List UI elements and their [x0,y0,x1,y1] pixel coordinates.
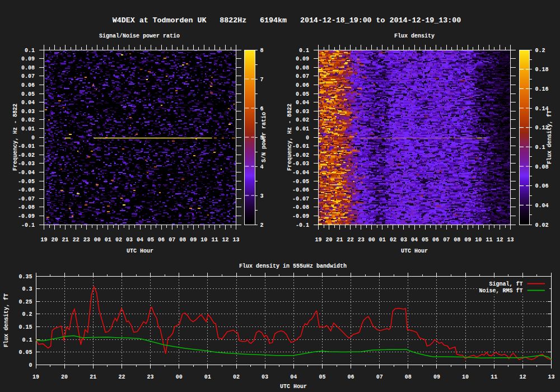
svg-text:23: 23 [147,374,154,380]
svg-text:Signal, fT: Signal, fT [489,281,522,287]
svg-text:0.01: 0.01 [296,126,309,132]
svg-text:01: 01 [204,374,211,380]
svg-text:3: 3 [260,193,264,199]
svg-text:-0.04: -0.04 [18,170,35,176]
svg-text:23: 23 [83,237,90,243]
svg-text:03: 03 [400,237,407,243]
svg-text:20: 20 [61,374,68,380]
svg-text:0.07: 0.07 [296,73,309,80]
svg-text:21: 21 [337,237,343,243]
svg-text:-0.05: -0.05 [18,179,35,185]
svg-text:0.1: 0.1 [535,144,545,151]
svg-text:-0.1: -0.1 [21,222,35,228]
svg-text:Noise, RMS fT: Noise, RMS fT [479,288,522,294]
svg-text:7: 7 [260,77,264,83]
svg-text:0.01: 0.01 [21,126,35,132]
svg-text:0.18: 0.18 [535,67,549,73]
svg-text:03: 03 [126,237,133,243]
svg-text:20: 20 [326,237,333,243]
svg-text:0.15: 0.15 [18,324,32,330]
svg-text:-0.05: -0.05 [292,179,309,185]
svg-text:-0.09: -0.09 [292,213,309,220]
svg-text:21: 21 [62,237,69,243]
svg-text:11: 11 [211,237,218,243]
svg-text:0.16: 0.16 [535,86,549,92]
svg-text:-0.06: -0.06 [18,187,35,193]
svg-text:05: 05 [422,237,428,243]
svg-text:0.3: 0.3 [22,286,32,292]
svg-text:6: 6 [260,106,264,112]
svg-text:01: 01 [105,237,111,243]
svg-text:0.02: 0.02 [21,117,35,123]
svg-text:0.2: 0.2 [535,48,545,54]
svg-text:-0.01: -0.01 [292,143,309,150]
svg-text:Flux density, fT: Flux density, fT [547,110,553,164]
svg-text:11: 11 [491,374,497,380]
svg-text:23: 23 [358,237,365,243]
svg-text:0.08: 0.08 [21,65,35,71]
svg-text:22: 22 [347,237,354,243]
svg-text:19: 19 [32,374,39,380]
svg-text:02: 02 [115,237,122,243]
svg-text:22: 22 [73,237,80,243]
svg-text:0.25: 0.25 [18,299,32,305]
svg-text:Frequency, Hz - 8822: Frequency, Hz - 8822 [287,104,293,171]
svg-text:-0.08: -0.08 [18,204,35,211]
svg-text:0.02: 0.02 [535,222,549,228]
svg-text:01: 01 [379,237,386,243]
svg-text:11: 11 [486,237,492,243]
svg-text:0.06: 0.06 [296,82,309,88]
svg-text:08: 08 [454,237,460,243]
svg-text:09: 09 [190,237,197,243]
svg-text:0.04: 0.04 [21,100,35,106]
svg-text:0.07: 0.07 [21,73,35,80]
svg-text:0.08: 0.08 [535,164,549,170]
svg-text:-0.09: -0.09 [18,213,35,220]
svg-text:08: 08 [405,374,412,380]
svg-text:04: 04 [290,374,297,380]
svg-text:Frequency, Hz - 8822: Frequency, Hz - 8822 [12,104,18,171]
svg-text:10: 10 [475,237,482,243]
svg-text:20: 20 [52,237,58,243]
svg-text:-0.07: -0.07 [292,196,309,202]
svg-text:0.2: 0.2 [22,311,32,318]
svg-text:07: 07 [169,237,175,243]
svg-text:02: 02 [390,237,396,243]
svg-text:UTC Hour: UTC Hour [401,248,428,254]
svg-text:-0.02: -0.02 [18,152,35,158]
svg-text:0.03: 0.03 [296,109,309,115]
svg-text:06: 06 [347,374,354,380]
svg-text:02: 02 [233,374,240,380]
svg-text:05: 05 [147,237,154,243]
svg-text:0.1: 0.1 [299,48,309,54]
svg-text:00: 00 [176,374,183,380]
svg-text:8: 8 [260,48,264,54]
svg-text:10: 10 [462,374,469,380]
svg-text:0.35: 0.35 [18,274,32,280]
svg-text:-0.04: -0.04 [292,170,309,176]
svg-text:00: 00 [368,237,375,243]
svg-text:0: 0 [31,135,35,141]
svg-text:-0.02: -0.02 [292,152,309,158]
svg-text:0.05: 0.05 [18,349,32,356]
svg-text:0.02: 0.02 [296,117,309,123]
svg-text:0.1: 0.1 [22,337,32,343]
svg-text:03: 03 [262,374,268,380]
svg-text:09: 09 [464,237,471,243]
svg-text:13: 13 [548,374,554,380]
svg-text:21: 21 [90,374,96,380]
svg-text:0.09: 0.09 [296,56,309,62]
svg-text:Flux density: Flux density [394,33,435,39]
svg-text:0: 0 [29,362,32,368]
svg-text:2: 2 [260,222,264,228]
svg-text:0.04: 0.04 [535,203,549,209]
svg-text:05: 05 [319,374,325,380]
svg-text:Flux density, fT: Flux density, fT [3,293,10,347]
svg-text:22: 22 [118,374,125,380]
svg-text:-0.06: -0.06 [292,187,309,193]
svg-text:04: 04 [411,237,418,243]
svg-text:04: 04 [137,237,143,243]
svg-text:4: 4 [260,164,264,170]
svg-text:W4DEX at Todmorden UK 8822Hz: W4DEX at Todmorden UK 8822Hz 6194km 2014… [113,16,461,25]
svg-text:S/N power ratio: S/N power ratio [261,112,267,162]
